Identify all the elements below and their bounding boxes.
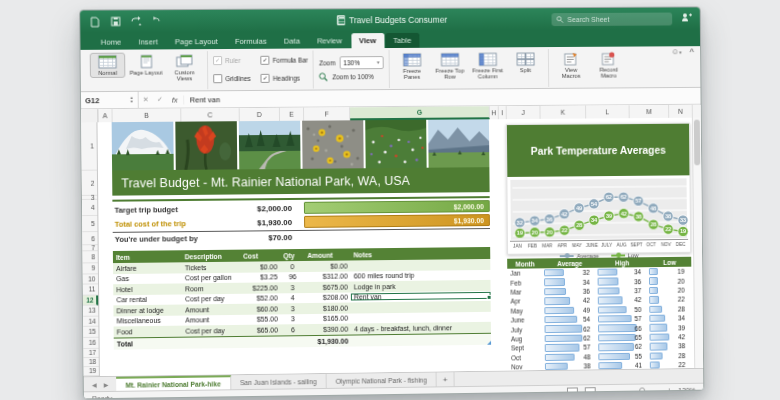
zoom-in-icon[interactable]: + <box>667 387 671 394</box>
tab-scroll-left-icon[interactable]: ◀ <box>92 381 97 388</box>
table-resize-handle[interactable] <box>487 340 491 344</box>
sheet-tab-mt-rainier-national-park-hike[interactable]: Mt. Rainier National Park-hike <box>116 375 231 391</box>
cell[interactable]: Amount <box>182 316 241 324</box>
summary-value[interactable]: $1,930.00 <box>222 214 293 231</box>
sheet-tab-olympic-national-park-fishing[interactable]: Olympic National Park - fishing <box>326 372 437 388</box>
cell[interactable]: $390.00 <box>305 325 351 333</box>
column-header-n[interactable]: N <box>669 105 693 118</box>
collapse-ribbon-icon[interactable]: ^ <box>690 47 695 56</box>
value-cell[interactable]: 19 <box>648 267 691 277</box>
column-header-c[interactable]: C <box>181 108 240 121</box>
column-header-e[interactable]: E <box>280 108 304 121</box>
new-document-icon[interactable] <box>88 16 101 28</box>
vertical-scrollbar[interactable] <box>692 118 703 368</box>
cell[interactable]: $55.00 <box>241 316 281 324</box>
redo-icon[interactable] <box>149 15 162 27</box>
cell[interactable]: Cost per day <box>182 295 241 303</box>
month-cell[interactable]: Mar <box>507 287 543 297</box>
value-cell[interactable]: 22 <box>648 295 691 305</box>
cell[interactable]: 600 miles round trip <box>351 271 491 280</box>
cell[interactable]: $225.00 <box>240 284 280 291</box>
gridlines-checkbox[interactable]: Gridlines <box>213 70 251 86</box>
column-header-notes[interactable]: Notes <box>350 249 490 258</box>
cell[interactable]: Cost per gallon <box>182 274 241 282</box>
name-box-stepper[interactable]: ▲▼ <box>130 96 134 103</box>
row-header-19[interactable]: 19 <box>84 366 99 375</box>
row-header-15[interactable]: 15 <box>83 327 98 338</box>
select-all-corner[interactable] <box>81 109 98 122</box>
temperature-chart[interactable]: Park Temperature Averages 32343642495462… <box>506 123 691 255</box>
row-header-17[interactable]: 17 <box>83 348 98 357</box>
search-box[interactable]: Search Sheet <box>551 12 672 26</box>
cell[interactable]: 6 <box>281 326 305 333</box>
cell[interactable]: 3 <box>281 305 305 312</box>
cell[interactable]: $180.00 <box>305 304 351 312</box>
temperature-table[interactable]: MonthAverageHighLowJan323419Feb343620Mar… <box>507 257 692 372</box>
share-person-icon[interactable] <box>681 12 692 24</box>
row-header-12[interactable]: 12 <box>83 295 98 306</box>
cell[interactable]: 96 <box>280 273 304 280</box>
column-header-item[interactable]: Item <box>113 253 182 261</box>
freeze-first-column-button[interactable]: Freeze First Column <box>470 50 505 82</box>
page-layout-view-icon[interactable] <box>584 387 595 397</box>
ribbon-tab-review[interactable]: Review <box>309 33 350 48</box>
normal-view-icon[interactable] <box>567 387 578 397</box>
row-header-9[interactable]: 9 <box>83 263 98 274</box>
status-zoom-level[interactable]: 130% <box>678 387 695 394</box>
cell[interactable]: $312.00 <box>305 273 351 281</box>
ribbon-tab-table[interactable]: Table <box>385 33 419 48</box>
cell[interactable]: 4 <box>281 294 305 301</box>
month-cell[interactable]: June <box>508 315 544 325</box>
feedback-smiley-icon[interactable]: ☺▾ <box>671 47 682 56</box>
row-header-4[interactable]: 4 <box>82 200 97 216</box>
row-header-5[interactable]: 5 <box>82 216 97 232</box>
value-cell[interactable]: 39 <box>648 323 691 333</box>
name-box[interactable]: G12 ▲▼ <box>81 92 139 109</box>
formula-content[interactable]: Rent van <box>184 95 220 104</box>
row-header-13[interactable]: 13 <box>83 306 98 317</box>
month-cell[interactable]: Apr <box>508 296 544 306</box>
column-header-low[interactable]: Low <box>648 257 691 267</box>
headings-checkbox[interactable]: ✓Headings <box>261 70 309 86</box>
cell[interactable] <box>351 264 491 266</box>
cell[interactable]: $0.00 <box>240 263 280 270</box>
month-cell[interactable]: May <box>508 306 544 316</box>
row-header-2[interactable]: 2 <box>82 171 97 196</box>
add-sheet-button[interactable]: + <box>437 372 455 386</box>
custom-views-button[interactable]: Custom Views <box>167 52 203 84</box>
ribbon-tab-data[interactable]: Data <box>276 33 308 48</box>
save-icon[interactable] <box>109 15 122 27</box>
column-header-average[interactable]: Average <box>543 258 597 269</box>
scrollbar-thumb[interactable] <box>694 120 700 166</box>
record-macro-button[interactable]: Record Macro <box>591 50 626 82</box>
month-cell[interactable]: Oct <box>508 353 544 363</box>
row-header-18[interactable]: 18 <box>84 357 99 366</box>
fill-handle[interactable] <box>487 295 492 300</box>
column-header-b[interactable]: B <box>113 109 182 123</box>
row-header-16[interactable]: 16 <box>83 337 98 348</box>
summary-value[interactable]: $70.00 <box>222 231 293 245</box>
cell[interactable]: $3.25 <box>240 274 280 281</box>
cell[interactable]: Car rental <box>113 296 182 304</box>
column-header-h[interactable]: H <box>490 106 499 119</box>
column-header-a[interactable]: A <box>98 109 112 122</box>
column-header-l[interactable]: L <box>586 105 630 118</box>
zoom-slider[interactable] <box>613 390 660 393</box>
cell[interactable]: Food <box>114 327 183 335</box>
column-header-high[interactable]: High <box>596 257 647 268</box>
column-header-description[interactable]: Description <box>182 252 241 260</box>
zoom-select[interactable]: 130% ▾ <box>339 56 383 69</box>
cell[interactable]: $675.00 <box>305 283 351 291</box>
month-cell[interactable]: Jan <box>507 268 543 278</box>
cells-area[interactable]: Travel Budget - Mt. Rainier National Par… <box>97 118 694 376</box>
budget-table[interactable]: ItemDescriptionCostQtyAmountNotesAirfare… <box>113 247 491 349</box>
cell[interactable]: Dinner at lodge <box>113 306 182 314</box>
cell[interactable]: 3 <box>281 315 305 322</box>
cell[interactable]: 0 <box>280 263 304 270</box>
enter-icon[interactable]: ✓ <box>153 96 167 104</box>
ribbon-tab-home[interactable]: Home <box>93 34 130 49</box>
row-header-10[interactable]: 10 <box>83 274 98 285</box>
column-header-qty[interactable]: Qty <box>280 251 304 258</box>
ribbon-tab-formulas[interactable]: Formulas <box>227 34 275 49</box>
cell[interactable]: Room <box>182 285 241 293</box>
